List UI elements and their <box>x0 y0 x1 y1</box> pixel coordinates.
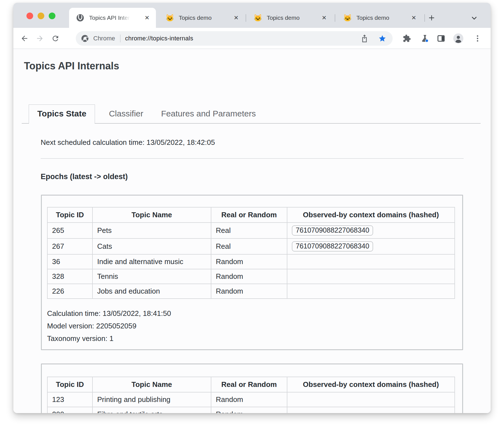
table-row: 36 Indie and alternative music Random <box>47 254 455 269</box>
real-or-random-cell: Random <box>211 407 287 413</box>
real-or-random-cell: Real <box>211 223 287 238</box>
tab-close-icon[interactable]: ✕ <box>144 14 150 21</box>
flask-icon <box>421 34 429 43</box>
cat-favicon-icon: 🐱 <box>165 13 174 22</box>
page-title: Topics API Internals <box>24 60 491 72</box>
chrome-logo-icon <box>81 34 89 43</box>
domains-cell <box>287 392 455 407</box>
real-or-random-cell: Random <box>211 254 287 269</box>
minimize-window-button[interactable] <box>38 13 44 19</box>
address-divider <box>120 35 121 42</box>
tab-title: Topics demo <box>267 14 300 21</box>
epoch-metadata: Calculation time: 13/05/2022, 18:41:50 M… <box>47 307 457 345</box>
globe-icon <box>76 13 85 22</box>
table-row: 267 Cats Real 7610709088227068340 <box>47 238 455 254</box>
hashed-domain-field[interactable]: 7610709088227068340 <box>292 241 373 252</box>
divider <box>41 158 464 159</box>
browser-tab-topics-internals[interactable]: Topics API Intern ✕ <box>69 8 156 28</box>
table-header-row: Topic ID Topic Name Real or Random Obser… <box>47 207 455 223</box>
close-window-button[interactable] <box>26 13 33 19</box>
reload-button[interactable] <box>51 34 60 43</box>
share-icon <box>361 34 368 43</box>
side-panel-icon <box>437 34 445 43</box>
tab-separator <box>335 14 335 22</box>
table-row: 200 Fibre and textile arts Random <box>47 407 455 413</box>
epoch-table-1: Topic ID Topic Name Real or Random Obser… <box>47 207 455 299</box>
new-tab-button[interactable] <box>427 14 436 22</box>
search-engine-label: Chrome <box>93 35 115 42</box>
topic-id-cell: 328 <box>47 269 92 284</box>
browser-menu-button[interactable] <box>473 34 482 43</box>
browser-tab-topics-demo-1[interactable]: 🐱 Topics demo ✕ <box>159 8 245 28</box>
tab-title: Topics API Intern <box>89 14 131 21</box>
profile-avatar[interactable] <box>453 33 462 42</box>
domains-cell <box>287 284 455 299</box>
tab-close-icon[interactable]: ✕ <box>321 14 327 21</box>
back-arrow-icon <box>20 34 29 43</box>
star-icon <box>378 34 386 43</box>
real-or-random-cell: Random <box>211 392 287 407</box>
topic-name-cell: Fibre and textile arts <box>92 407 211 413</box>
topic-name-cell: Jobs and education <box>92 284 211 299</box>
col-real-or-random: Real or Random <box>211 377 287 392</box>
tab-title: Topics demo <box>179 14 212 21</box>
taxonomy-version: Taxonomy version: 1 <box>47 332 457 345</box>
share-button[interactable] <box>361 34 368 43</box>
col-topic-id: Topic ID <box>47 207 92 223</box>
browser-tab-topics-demo-3[interactable]: 🐱 Topics demo ✕ <box>336 8 423 28</box>
forward-button[interactable] <box>36 34 44 43</box>
topic-id-cell: 123 <box>47 392 92 407</box>
col-observed-domains: Observed-by context domains (hashed) <box>287 207 455 223</box>
topic-name-cell: Indie and alternative music <box>92 254 211 269</box>
col-topic-name: Topic Name <box>92 377 211 392</box>
col-real-or-random: Real or Random <box>211 207 287 223</box>
experiments-flask-button[interactable] <box>421 34 429 43</box>
bookmark-star-button[interactable] <box>378 34 386 43</box>
browser-tab-topics-demo-2[interactable]: 🐱 Topics demo ✕ <box>247 8 333 28</box>
tab-title: Topics demo <box>356 14 389 21</box>
extensions-button[interactable] <box>403 34 411 43</box>
forward-arrow-icon <box>36 34 44 43</box>
reload-icon <box>51 34 60 43</box>
topic-name-cell: Cats <box>92 238 211 254</box>
domains-cell <box>287 269 455 284</box>
domains-cell <box>287 407 455 413</box>
tab-close-icon[interactable]: ✕ <box>233 14 239 21</box>
cat-favicon-icon: 🐱 <box>343 13 352 22</box>
topic-id-cell: 36 <box>47 254 92 269</box>
epoch-panel-2: Topic ID Topic Name Real or Random Obser… <box>41 364 463 413</box>
tab-search-chevron-button[interactable] <box>470 14 478 22</box>
tab-features-and-parameters[interactable]: Features and Parameters <box>154 105 263 123</box>
topic-name-cell: Tennis <box>92 269 211 284</box>
chevron-down-icon <box>470 14 478 22</box>
col-observed-domains: Observed-by context domains (hashed) <box>287 377 455 392</box>
cat-favicon-icon: 🐱 <box>253 13 262 22</box>
topic-id-cell: 265 <box>47 223 92 238</box>
next-calculation-time: Next scheduled calculation time: 13/05/2… <box>41 138 491 147</box>
calculation-time: Calculation time: 13/05/2022, 18:41:50 <box>47 307 457 320</box>
table-row: 265 Pets Real 7610709088227068340 <box>47 223 455 238</box>
topic-id-cell: 267 <box>47 238 92 254</box>
model-version: Model version: 2205052059 <box>47 320 457 332</box>
table-row: 328 Tennis Random <box>47 269 455 284</box>
topic-id-cell: 200 <box>47 407 92 413</box>
zoom-window-button[interactable] <box>49 13 55 19</box>
tab-classifier[interactable]: Classifier <box>102 105 150 123</box>
plus-icon <box>428 14 436 22</box>
browser-toolbar: Chrome chrome://topics-internals <box>13 28 491 49</box>
epochs-heading: Epochs (latest -> oldest) <box>41 172 491 181</box>
hashed-domain-field[interactable]: 7610709088227068340 <box>292 225 373 236</box>
browser-window: Topics API Intern ✕ 🐱 Topics demo ✕ 🐱 To… <box>13 3 491 413</box>
tab-close-icon[interactable]: ✕ <box>410 14 417 21</box>
side-panel-button[interactable] <box>437 34 445 43</box>
puzzle-icon <box>403 34 411 43</box>
topic-name-cell: Printing and publishing <box>92 392 211 407</box>
tab-topics-state[interactable]: Topics State <box>29 104 95 124</box>
real-or-random-cell: Real <box>211 238 287 254</box>
tab-strip: Topics API Intern ✕ 🐱 Topics demo ✕ 🐱 To… <box>13 3 491 28</box>
col-topic-name: Topic Name <box>92 207 211 223</box>
table-header-row: Topic ID Topic Name Real or Random Obser… <box>47 377 455 392</box>
address-bar[interactable]: Chrome chrome://topics-internals <box>76 31 393 46</box>
page-content: Topics API Internals Topics State Classi… <box>13 49 491 413</box>
back-button[interactable] <box>20 34 29 43</box>
